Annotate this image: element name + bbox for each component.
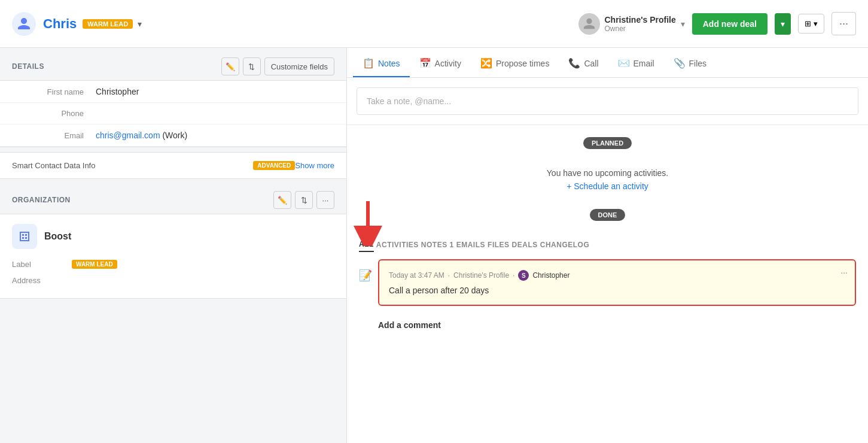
details-section-header: DETAILS ✏️ ⇅ Customize fields (0, 48, 346, 80)
tab-call-label: Call (584, 59, 598, 68)
activity-tab-icon: 📅 (419, 57, 431, 69)
propose-tab-icon: 🔀 (480, 57, 492, 69)
notes-tab-icon: 📋 (363, 57, 374, 69)
tab-notes[interactable]: 📋 Notes (353, 48, 410, 77)
field-phone-label: Phone (12, 109, 84, 118)
advanced-badge: ADVANCED (253, 161, 295, 170)
note-input[interactable]: Take a note, @name... (357, 87, 858, 115)
right-panel: 📋 Notes 📅 Activity 🔀 Propose times 📞 Cal… (347, 48, 868, 443)
owner-name: Christine's Profile (605, 15, 676, 25)
name-dropdown-icon[interactable]: ▾ (138, 19, 142, 29)
note-dot1: · (448, 271, 450, 280)
header-right-actions: Christine's Profile Owner ▾ Add new deal… (578, 12, 857, 35)
tab-activity-label: Activity (435, 59, 461, 68)
tab-propose-label: Propose times (496, 59, 549, 68)
reorder-details-button[interactable]: ⇅ (243, 57, 261, 75)
tabs-bar: 📋 Notes 📅 Activity 🔀 Propose times 📞 Cal… (347, 48, 868, 78)
planned-section: PLANNED You have no upcoming activities.… (359, 137, 856, 191)
filter-bar: ALL ACTIVITIES NOTES 1 EMAILS FILES DEAL… (359, 240, 856, 252)
field-email-value[interactable]: chris@gmail.com (Work) (96, 131, 187, 140)
grid-view-button[interactable]: ⊞ ▾ (798, 14, 824, 34)
done-section: DONE (359, 209, 856, 230)
add-deal-chevron-button[interactable]: ▾ (775, 13, 791, 35)
tab-email-label: Email (634, 59, 654, 68)
field-email-label: Email (12, 131, 84, 140)
filter-tab-files[interactable]: FILES (488, 241, 510, 251)
header: Chris WARM LEAD ▾ Christine's Profile Ow… (0, 0, 868, 48)
field-email: Email chris@gmail.com (Work) (0, 125, 346, 147)
note-author-icon: S (518, 270, 529, 281)
org-section-header: ORGANIZATION ✏️ ⇅ ··· (0, 184, 346, 214)
note-dot2: · (513, 271, 514, 280)
owner-selector[interactable]: Christine's Profile Owner ▾ (578, 13, 685, 35)
note-side-icon: 📝 (359, 259, 372, 282)
edit-details-button[interactable]: ✏️ (221, 57, 239, 75)
tab-propose-times[interactable]: 🔀 Propose times (471, 48, 559, 77)
filter-tab-deals[interactable]: DEALS (512, 241, 538, 251)
filter-tab-notes[interactable]: NOTES 1 (421, 241, 454, 251)
org-address-field: Address (12, 272, 334, 289)
note-input-area[interactable]: Take a note, @name... (347, 78, 868, 125)
reorder-org-button[interactable]: ⇅ (295, 191, 313, 209)
grid-chevron-icon: ▾ (814, 19, 818, 28)
note-profile: Christine's Profile (453, 271, 509, 280)
more-options-button[interactable]: ··· (832, 12, 856, 35)
filter-tab-emails[interactable]: EMAILS (456, 241, 485, 251)
tab-call[interactable]: 📞 Call (559, 48, 608, 77)
tab-activity[interactable]: 📅 Activity (410, 48, 471, 77)
note-meta: Today at 3:47 AM · Christine's Profile ·… (389, 270, 845, 281)
red-arrow (353, 198, 383, 248)
smart-contact-section: Smart Contact Data Info ADVANCED Show mo… (0, 152, 346, 179)
note-card: Today at 3:47 AM · Christine's Profile ·… (378, 259, 856, 306)
call-tab-icon: 📞 (568, 57, 580, 69)
email-type: (Work) (162, 131, 187, 140)
more-org-button[interactable]: ··· (316, 191, 334, 209)
filter-tab-changelog[interactable]: CHANGELOG (540, 241, 590, 251)
field-phone: Phone (0, 103, 346, 125)
owner-info: Christine's Profile Owner (605, 15, 676, 33)
planned-badge: PLANNED (583, 137, 632, 149)
organization-section: ORGANIZATION ✏️ ⇅ ··· Boost Label WARM L… (0, 184, 346, 299)
owner-dropdown-icon[interactable]: ▾ (681, 19, 685, 29)
org-card: Boost Label WARM LEAD Address (0, 214, 346, 299)
tab-files-label: Files (689, 59, 707, 68)
org-label-value: WARM LEAD (72, 260, 117, 269)
org-name-row: Boost (12, 224, 334, 249)
schedule-activity-link[interactable]: + Schedule an activity (359, 181, 856, 191)
details-fields: First name Christopher Phone Email chris… (0, 80, 346, 147)
field-firstname: First name Christopher (0, 81, 346, 103)
edit-org-button[interactable]: ✏️ (273, 191, 291, 209)
org-label-label: Label (12, 260, 72, 269)
note-text: Call a person after 20 days (389, 286, 845, 295)
owner-role: Owner (605, 25, 676, 33)
done-badge: DONE (590, 209, 626, 221)
note-author-name: Christopher (532, 271, 569, 280)
org-name[interactable]: Boost (44, 231, 71, 242)
org-actions: ✏️ ⇅ ··· (273, 191, 334, 209)
email-tab-icon: ✉️ (618, 57, 630, 69)
org-title: ORGANIZATION (12, 196, 273, 204)
left-panel: DETAILS ✏️ ⇅ Customize fields First name… (0, 48, 347, 443)
add-deal-button[interactable]: Add new deal (692, 13, 768, 35)
owner-avatar (578, 13, 600, 35)
warm-lead-badge: WARM LEAD (83, 19, 133, 29)
note-card-wrapper: Today at 3:47 AM · Christine's Profile ·… (378, 259, 856, 337)
org-label-field: Label WARM LEAD (12, 256, 334, 272)
org-icon (12, 224, 37, 249)
details-actions: ✏️ ⇅ Customize fields (221, 57, 334, 75)
org-address-label: Address (12, 276, 72, 285)
show-more-button[interactable]: Show more (295, 161, 334, 170)
field-firstname-label: First name (12, 87, 84, 96)
note-time: Today at 3:47 AM (389, 271, 444, 280)
smart-contact-label: Smart Contact Data Info (12, 161, 248, 170)
grid-icon: ⊞ (805, 19, 811, 28)
tab-email[interactable]: ✉️ Email (608, 48, 664, 77)
add-comment-button[interactable]: Add a comment (378, 313, 856, 337)
tab-files[interactable]: 📎 Files (664, 48, 717, 77)
note-row: 📝 Today at 3:47 AM · Christine's Profile… (359, 259, 856, 337)
customize-fields-button[interactable]: Customize fields (264, 57, 334, 75)
note-more-button[interactable]: ··· (840, 268, 848, 277)
field-firstname-value: Christopher (96, 87, 139, 96)
no-activities-text: You have no upcoming activities. (359, 168, 856, 178)
contact-name: Chris (43, 16, 77, 32)
